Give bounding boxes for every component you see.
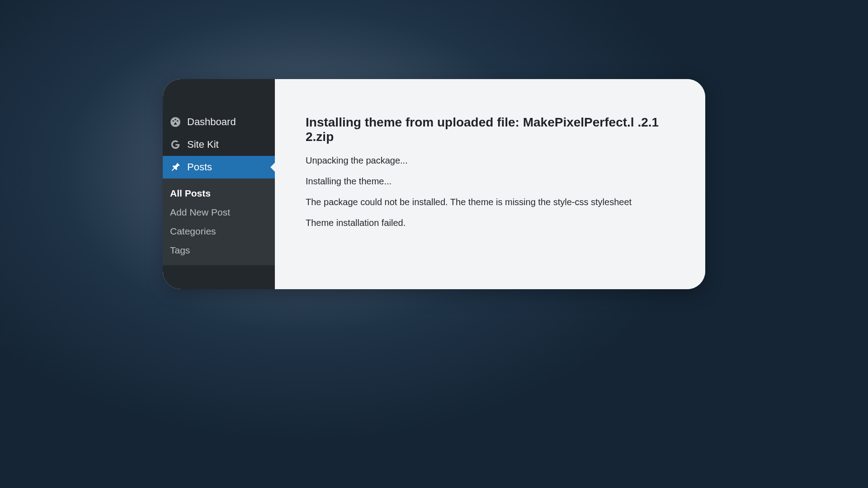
submenu-item-label: Tags — [170, 245, 190, 255]
status-line: The package could not be installed. The … — [306, 196, 675, 208]
google-g-icon — [170, 139, 181, 150]
pin-icon — [170, 162, 181, 173]
dashboard-icon — [170, 117, 181, 127]
status-line: Installing the theme... — [306, 175, 675, 188]
submenu-item-all-posts[interactable]: All Posts — [163, 184, 275, 203]
sidebar-item-dashboard[interactable]: Dashboard — [163, 111, 275, 133]
submenu-item-label: Categories — [170, 226, 216, 236]
sidebar-item-label: Site Kit — [187, 139, 219, 150]
posts-submenu: All Posts Add New Post Categories Tags — [163, 178, 275, 265]
submenu-item-add-new[interactable]: Add New Post — [163, 203, 275, 222]
sidebar-item-sitekit[interactable]: Site Kit — [163, 133, 275, 156]
status-line: Theme installation failed. — [306, 216, 675, 229]
submenu-item-tags[interactable]: Tags — [163, 241, 275, 260]
status-line: Unpacking the package... — [306, 154, 675, 167]
submenu-item-label: All Posts — [170, 188, 211, 198]
admin-window: Dashboard Site Kit Posts All Posts — [163, 79, 705, 289]
sidebar-item-label: Dashboard — [187, 116, 236, 128]
page-title: Installing theme from uploaded file: Mak… — [306, 115, 675, 144]
svg-point-2 — [173, 120, 174, 122]
sidebar-item-label: Posts — [187, 161, 212, 173]
submenu-item-label: Add New Post — [170, 207, 230, 217]
svg-point-4 — [177, 120, 178, 122]
submenu-item-categories[interactable]: Categories — [163, 222, 275, 241]
sidebar-item-posts[interactable]: Posts — [163, 156, 275, 178]
admin-sidebar: Dashboard Site Kit Posts All Posts — [163, 79, 275, 289]
main-content: Installing theme from uploaded file: Mak… — [275, 79, 705, 289]
svg-point-3 — [175, 119, 176, 120]
